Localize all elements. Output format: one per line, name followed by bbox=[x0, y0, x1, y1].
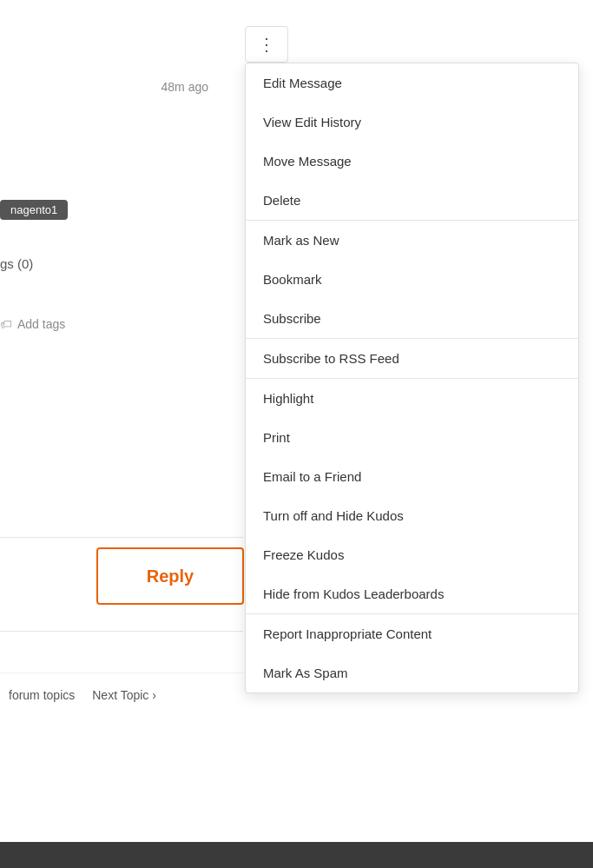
menu-item-view-edit-history[interactable]: View Edit History bbox=[246, 103, 578, 142]
menu-section-bookmark: Mark as New Bookmark Subscribe bbox=[246, 221, 578, 339]
next-topic-label: Next Topic bbox=[92, 688, 148, 702]
menu-item-hide-kudos[interactable]: Hide from Kudos Leaderboards bbox=[246, 574, 578, 613]
menu-item-mark-as-spam[interactable]: Mark As Spam bbox=[246, 653, 578, 692]
next-topic-link[interactable]: Next Topic › bbox=[92, 688, 156, 702]
menu-section-edit: Edit Message View Edit History Move Mess… bbox=[246, 63, 578, 221]
menu-item-edit-message[interactable]: Edit Message bbox=[246, 63, 578, 103]
menu-section-rss: Subscribe to RSS Feed bbox=[246, 339, 578, 379]
dropdown-menu: Edit Message View Edit History Move Mess… bbox=[245, 63, 579, 693]
menu-item-print[interactable]: Print bbox=[246, 418, 578, 457]
three-dot-icon: ⋮ bbox=[258, 34, 276, 55]
message-timestamp: 48m ago bbox=[161, 80, 208, 94]
menu-item-report-inappropriate[interactable]: Report Inappropriate Content bbox=[246, 614, 578, 653]
menu-item-email-friend[interactable]: Email to a Friend bbox=[246, 457, 578, 496]
reply-button-label: Reply bbox=[147, 567, 194, 586]
menu-item-freeze-kudos[interactable]: Freeze Kudos bbox=[246, 535, 578, 574]
three-dot-menu-button[interactable]: ⋮ bbox=[245, 26, 288, 63]
menu-item-turn-off-kudos[interactable]: Turn off and Hide Kudos bbox=[246, 496, 578, 535]
message-area: 48m ago nagento1 gs (0) 🏷 Add tags bbox=[0, 0, 243, 634]
menu-item-bookmark[interactable]: Bookmark bbox=[246, 260, 578, 299]
add-tags-section[interactable]: 🏷 Add tags bbox=[0, 317, 65, 331]
menu-item-highlight[interactable]: Highlight bbox=[246, 379, 578, 418]
menu-item-subscribe-rss[interactable]: Subscribe to RSS Feed bbox=[246, 339, 578, 378]
menu-item-delete[interactable]: Delete bbox=[246, 181, 578, 220]
menu-item-subscribe[interactable]: Subscribe bbox=[246, 299, 578, 338]
next-topic-chevron-icon: › bbox=[152, 688, 156, 702]
menu-item-move-message[interactable]: Move Message bbox=[246, 142, 578, 181]
footer-bar bbox=[0, 842, 593, 868]
tag-icon: 🏷 bbox=[0, 317, 12, 331]
divider-above-reply bbox=[0, 537, 243, 538]
tag-badge: nagento1 bbox=[0, 200, 68, 220]
menu-section-report: Report Inappropriate Content Mark As Spa… bbox=[246, 614, 578, 692]
menu-section-actions: Highlight Print Email to a Friend Turn o… bbox=[246, 379, 578, 614]
forum-topics-link[interactable]: forum topics bbox=[9, 688, 75, 702]
tags-label: gs (0) bbox=[0, 256, 33, 271]
reply-button[interactable]: Reply bbox=[96, 547, 244, 605]
add-tags-label: Add tags bbox=[17, 317, 65, 331]
bottom-nav: forum topics Next Topic › bbox=[0, 673, 243, 716]
menu-item-mark-as-new[interactable]: Mark as New bbox=[246, 221, 578, 260]
divider-below-reply bbox=[0, 631, 243, 632]
